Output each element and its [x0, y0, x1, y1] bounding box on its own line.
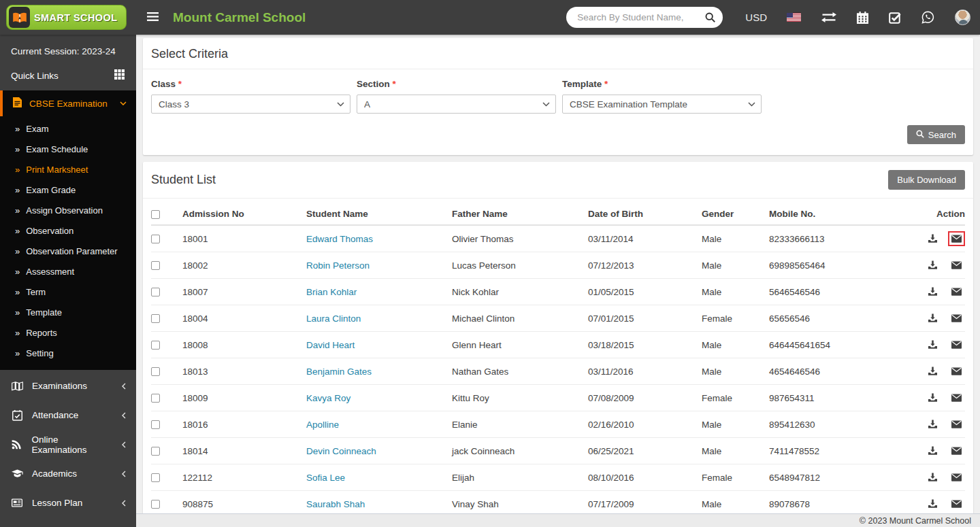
search-button[interactable]: Search [907, 125, 965, 144]
download-icon[interactable] [928, 340, 937, 350]
row-checkbox[interactable] [151, 394, 160, 403]
download-icon[interactable] [928, 499, 937, 509]
envelope-icon[interactable] [951, 500, 962, 508]
student-name-link[interactable]: David Heart [306, 340, 355, 350]
admission-no-cell: 18009 [182, 385, 306, 411]
submenu-item-exam[interactable]: » Exam [0, 118, 136, 139]
submenu-item-label: Assign Observation [26, 205, 103, 216]
sidebar-module-examinations[interactable]: Examinations [0, 371, 136, 401]
student-name-link[interactable]: Saurabh Shah [306, 499, 365, 509]
submenu-item-setting[interactable]: » Setting [0, 343, 136, 363]
form-field-class: Class * Class 3 [151, 79, 350, 114]
field-select-class[interactable]: Class 3 [151, 95, 350, 114]
submenu-item-template[interactable]: » Template [0, 302, 136, 322]
submenu-item-reports[interactable]: » Reports [0, 322, 136, 343]
student-name-link[interactable]: Devin Coinneach [306, 446, 376, 456]
download-icon[interactable] [928, 260, 937, 270]
exchange-icon[interactable] [821, 12, 836, 22]
dob-cell: 03/18/2015 [588, 332, 702, 358]
download-icon[interactable] [928, 287, 937, 296]
submenu-item-observation[interactable]: » Observation [0, 220, 136, 241]
student-name-link[interactable]: Brian Kohlar [306, 287, 357, 297]
student-name-link[interactable]: Laura Clinton [306, 313, 361, 324]
bulk-download-button[interactable]: Bulk Download [888, 170, 965, 190]
submenu-item-term[interactable]: » Term [0, 282, 136, 302]
row-checkbox[interactable] [151, 341, 160, 350]
language-flag-icon[interactable] [787, 13, 801, 22]
download-icon[interactable] [928, 393, 937, 403]
field-label: Class [151, 79, 176, 89]
sidebar-module-academics[interactable]: Academics [0, 459, 136, 488]
required-asterisk: * [604, 79, 608, 89]
student-name-link[interactable]: Kavya Roy [306, 393, 350, 403]
envelope-icon[interactable] [951, 314, 962, 322]
sidebar-module-attendance[interactable]: Attendance [0, 401, 136, 430]
row-checkbox[interactable] [151, 288, 160, 296]
download-icon[interactable] [928, 234, 937, 243]
envelope-icon[interactable] [951, 288, 962, 296]
sidebar-module-lesson-plan[interactable]: Lesson Plan [0, 488, 136, 517]
download-icon[interactable] [928, 420, 937, 429]
envelope-icon[interactable] [951, 341, 962, 349]
row-checkbox[interactable] [151, 473, 160, 482]
submenu-item-assessment[interactable]: » Assessment [0, 261, 136, 282]
row-checkbox[interactable] [151, 261, 160, 270]
envelope-icon[interactable] [951, 447, 962, 455]
envelope-icon[interactable] [951, 235, 962, 243]
search-icon [916, 130, 924, 140]
envelope-highlight-box [948, 284, 965, 299]
sidebar-item-cbse-examination[interactable]: CBSE Examination [0, 90, 136, 116]
row-checkbox[interactable] [151, 235, 160, 243]
double-angle-icon: » [15, 145, 20, 154]
search-icon[interactable] [705, 12, 715, 22]
download-icon[interactable] [928, 446, 937, 456]
quick-links[interactable]: Quick Links [0, 56, 136, 90]
calendar-icon[interactable] [857, 12, 868, 24]
envelope-icon[interactable] [951, 420, 962, 428]
submenu-item-exam-schedule[interactable]: » Exam Schedule [0, 139, 136, 159]
field-label: Section [357, 79, 390, 89]
submenu-item-print-marksheet[interactable]: » Print Marksheet [0, 159, 136, 180]
admission-no-cell: 18002 [182, 252, 306, 279]
user-avatar[interactable] [955, 10, 970, 25]
student-name-link[interactable]: Apolline [306, 420, 339, 430]
row-checkbox[interactable] [151, 447, 160, 456]
sidebar-module-online-examinations[interactable]: Online Examinations [0, 430, 136, 459]
currency-selector[interactable]: USD [745, 12, 767, 23]
submenu-item-assign-observation[interactable]: » Assign Observation [0, 200, 136, 220]
table-row-18008: 18008 David Heart Glenn Heart 03/18/2015… [151, 332, 965, 358]
envelope-icon[interactable] [951, 473, 962, 481]
envelope-icon[interactable] [951, 394, 962, 402]
chevron-left-icon [122, 441, 126, 448]
student-name-link[interactable]: Edward Thomas [306, 234, 373, 244]
required-asterisk: * [178, 79, 182, 89]
envelope-icon[interactable] [951, 261, 962, 269]
envelope-icon[interactable] [951, 367, 962, 375]
header-search[interactable] [566, 7, 723, 28]
row-checkbox[interactable] [151, 367, 160, 376]
download-icon[interactable] [928, 313, 937, 323]
field-select-section[interactable]: A [357, 95, 556, 114]
logo[interactable]: SMART SCHOOL [6, 5, 127, 30]
download-icon[interactable] [928, 473, 937, 482]
submenu-item-observation-parameter[interactable]: » Observation Parameter [0, 241, 136, 261]
col-gender: Gender [702, 203, 769, 225]
row-checkbox[interactable] [151, 500, 160, 509]
search-input[interactable] [576, 12, 705, 23]
download-icon[interactable] [928, 367, 937, 376]
row-checkbox[interactable] [151, 314, 160, 323]
module-label: Online Examinations [31, 435, 113, 455]
envelope-highlight-box [948, 470, 965, 485]
whatsapp-icon[interactable] [921, 11, 934, 24]
sidebar-module-human-resource[interactable]: Human Resource [0, 517, 136, 527]
row-checkbox[interactable] [151, 420, 160, 429]
mobile-cell: 82333666113 [769, 225, 916, 252]
student-name-link[interactable]: Benjamin Gates [306, 367, 372, 377]
field-select-template[interactable]: CBSE Examination Template [562, 95, 762, 114]
student-name-link[interactable]: Sofia Lee [306, 473, 345, 483]
select-all-checkbox[interactable] [151, 210, 160, 219]
tasks-icon[interactable] [889, 12, 901, 24]
submenu-item-exam-grade[interactable]: » Exam Grade [0, 180, 136, 200]
student-name-link[interactable]: Robin Peterson [306, 260, 370, 271]
hamburger-menu-button[interactable] [144, 10, 161, 26]
